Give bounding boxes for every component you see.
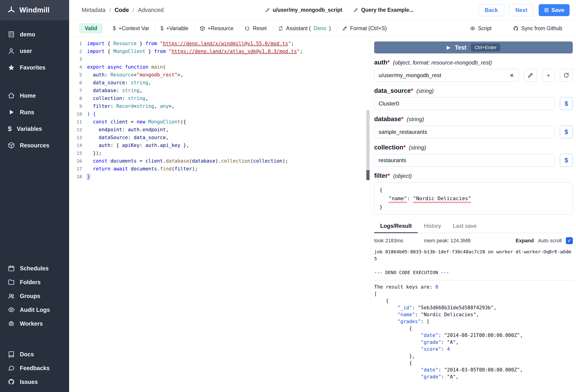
code-line-14[interactable]: auth: { apiKey: auth.api_key }, bbox=[87, 141, 371, 149]
autoscroll-checkbox[interactable]: ✓ bbox=[566, 237, 573, 244]
sidebar-item-runs[interactable]: Runs bbox=[0, 107, 69, 117]
code-line-11[interactable]: const client = new MongoClient({ bbox=[87, 118, 371, 126]
text-token: : bbox=[441, 374, 447, 380]
code-token: , bbox=[166, 127, 169, 132]
expand-button[interactable]: Expand bbox=[516, 238, 534, 244]
editor-scrollbar-thumb[interactable] bbox=[366, 110, 370, 169]
sidebar-item-folders[interactable]: Folders bbox=[0, 277, 69, 287]
sidebar-item-schedules[interactable]: Schedules bbox=[0, 263, 69, 273]
insert-variable-button[interactable]: $ bbox=[560, 154, 573, 167]
script-path[interactable]: u/user/my_mongodb_script bbox=[265, 7, 342, 13]
code-line-5[interactable]: auth: Resource<"mongodb_rest">, bbox=[87, 71, 371, 79]
run-panel: ▶ Test Ctrl+Enter auth* (object, format:… bbox=[371, 37, 576, 392]
log-line: job 01864b05-8033-b136-1def-f30c48ac7c28… bbox=[374, 248, 573, 262]
code-line-17[interactable]: return await documents.find(filter); bbox=[87, 165, 371, 173]
toolbar-assistant-button[interactable]: Assistant (Deno) bbox=[273, 25, 336, 31]
test-button[interactable]: ▶ Test Ctrl+Enter bbox=[374, 41, 573, 54]
code-line-1[interactable]: import { Resource } from "https://deno.l… bbox=[87, 40, 371, 47]
script-summary[interactable]: Query the Example... bbox=[353, 7, 414, 13]
code-line-7[interactable]: database: string, bbox=[87, 86, 371, 94]
code-line-6[interactable]: data_source: string, bbox=[87, 79, 371, 86]
sidebar-item-demo[interactable]: demo bbox=[0, 29, 69, 39]
sidebar-item-docs[interactable]: Docs bbox=[0, 349, 69, 359]
field-type: (string) bbox=[417, 88, 434, 94]
save-button[interactable]: Save bbox=[539, 4, 570, 16]
collection-value: restaurants bbox=[378, 157, 550, 164]
toolbar-format-button[interactable]: Format (Ctrl+S) bbox=[337, 25, 392, 31]
text-token bbox=[374, 263, 377, 268]
code-line-8[interactable]: collection: string, bbox=[87, 94, 371, 102]
tab-last-save[interactable]: Last save bbox=[447, 221, 483, 233]
sidebar-item-workers[interactable]: Workers bbox=[0, 319, 69, 328]
database-input[interactable]: sample_restaurants bbox=[374, 126, 555, 139]
field-database-label: database* (string) bbox=[374, 116, 573, 123]
code-line-9[interactable]: filter: Record<string, any>, bbox=[87, 102, 371, 110]
toolbar-reset-button[interactable]: Reset bbox=[239, 25, 272, 31]
sidebar-item-audit-logs[interactable]: Audit Logs bbox=[0, 305, 69, 315]
playtri-icon: ▶ bbox=[447, 45, 450, 50]
sidebar-item-user[interactable]: user bbox=[0, 46, 69, 56]
sidebar-item-home[interactable]: Home bbox=[0, 91, 69, 100]
refresh-resource-button[interactable] bbox=[560, 69, 573, 82]
toolbar-add-variable-button[interactable]: $+Variable bbox=[155, 25, 194, 31]
field-name: filter bbox=[374, 172, 388, 179]
result-line: "grades": [ bbox=[374, 318, 573, 325]
code-token: { bbox=[105, 49, 113, 54]
filter-json-editor[interactable]: { "name": "Nordic Delicacies"} bbox=[374, 182, 573, 214]
breadcrumb-code[interactable]: Code bbox=[115, 7, 129, 13]
code-line-2[interactable]: import { MongoClient } from "https://den… bbox=[87, 47, 371, 55]
code-token: auth bbox=[128, 127, 140, 132]
text-token: "2014-03-05T00:00:00.000Z" bbox=[444, 367, 520, 373]
sidebar-item-groups[interactable]: Groups bbox=[0, 291, 69, 301]
code-line-12[interactable]: endpoint: auth.endpoint, bbox=[87, 126, 371, 134]
required-asterisk: * bbox=[401, 116, 404, 122]
code-token bbox=[87, 103, 93, 109]
field-database: database* (string) sample_restaurants $ bbox=[374, 116, 573, 139]
sidebar-item-resources[interactable]: Resources bbox=[0, 140, 69, 150]
back-button[interactable]: Back bbox=[479, 4, 504, 16]
editor-scrollbar-marker[interactable] bbox=[366, 170, 370, 180]
code-line-10[interactable]: ) { bbox=[87, 110, 371, 118]
result-line: The result keys are: 0 bbox=[374, 283, 573, 290]
code-line-15[interactable]: }); bbox=[87, 149, 371, 157]
code-line-4[interactable]: export async function main( bbox=[87, 63, 371, 71]
code-line-13[interactable]: dataSource: data_source, bbox=[87, 134, 371, 141]
text-token bbox=[374, 312, 398, 317]
app-logo[interactable]: Windmill bbox=[0, 0, 69, 20]
next-button[interactable]: Next bbox=[509, 4, 534, 16]
toolbar-button-label: Script bbox=[478, 25, 492, 31]
toolbar-add-resource-button[interactable]: +Resource bbox=[194, 25, 239, 31]
code-editor[interactable]: 123456789101112131415161718 import { Res… bbox=[69, 37, 371, 392]
clear-resource-icon[interactable]: × bbox=[509, 72, 515, 79]
sidebar-section: demouserFavorites bbox=[0, 29, 69, 72]
code-line-16[interactable]: const documents = client.database(databa… bbox=[87, 157, 371, 165]
auth-resource-input[interactable]: u/user/my_mongodb_rest × bbox=[374, 69, 519, 82]
code-area[interactable]: import { Resource } from "https://deno.l… bbox=[82, 40, 371, 392]
toolbar-add-context-var-button[interactable]: $+Context Var bbox=[107, 25, 155, 31]
dollar-icon: $ bbox=[161, 26, 164, 31]
add-resource-button[interactable]: + bbox=[542, 69, 555, 82]
text-token: "A" bbox=[447, 339, 456, 345]
tab-history[interactable]: History bbox=[418, 221, 447, 233]
insert-variable-button[interactable]: $ bbox=[560, 126, 573, 139]
insert-variable-button[interactable]: $ bbox=[560, 97, 573, 110]
code-token: . bbox=[157, 166, 160, 171]
sidebar-item-variables[interactable]: $Variables bbox=[0, 124, 69, 134]
breadcrumb-advanced[interactable]: Advanced bbox=[138, 7, 164, 13]
sidebar-item-issues[interactable]: Issues bbox=[0, 377, 69, 387]
code-line-18[interactable]: } bbox=[87, 173, 371, 181]
result-line: { bbox=[374, 360, 573, 366]
breadcrumb-metadata[interactable]: Metadata bbox=[82, 7, 106, 13]
data-source-input[interactable]: Cluster0 bbox=[374, 97, 555, 110]
tab-logs-result[interactable]: Logs/Result bbox=[374, 221, 418, 233]
toolbar-script-view-button[interactable]: Script bbox=[464, 25, 497, 31]
code-line-3[interactable] bbox=[87, 55, 371, 63]
code-token: client bbox=[145, 158, 163, 164]
sidebar-item-feedbacks[interactable]: Feedbacks bbox=[0, 363, 69, 373]
code-token: " bbox=[297, 49, 300, 54]
toolbar-sync-from-github-button[interactable]: Sync from Github bbox=[508, 25, 568, 31]
sidebar-item-favorites[interactable]: Favorites bbox=[0, 63, 69, 72]
edit-resource-button[interactable] bbox=[524, 69, 537, 82]
collection-input[interactable]: restaurants bbox=[374, 154, 555, 167]
code-token: string bbox=[137, 103, 154, 109]
